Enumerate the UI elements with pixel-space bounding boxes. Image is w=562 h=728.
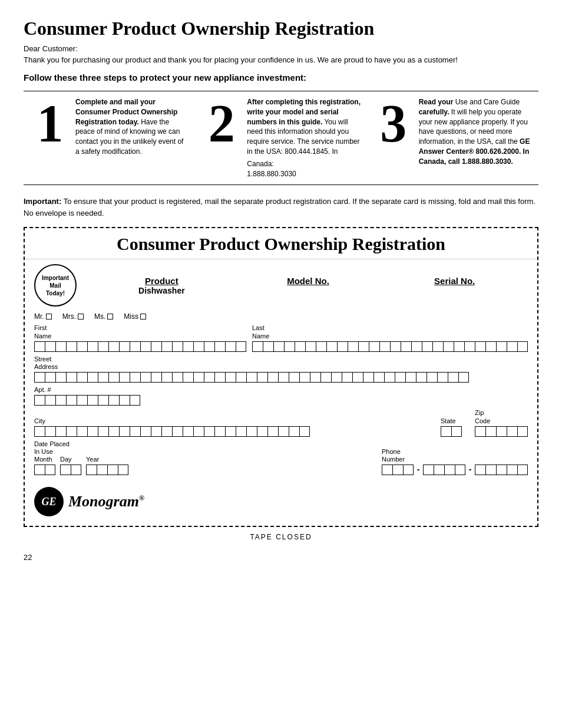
first-name-input[interactable]	[34, 341, 246, 353]
day-label: Day	[60, 456, 81, 463]
phone-prefix-input[interactable]	[423, 465, 465, 476]
badge-line2: Mail	[49, 282, 61, 289]
product-column: Product Dishwasher	[88, 276, 235, 295]
title-ms: Ms.	[94, 312, 113, 321]
product-value: Dishwasher	[88, 286, 235, 295]
state-field: State	[441, 417, 462, 438]
product-model-serial: Product Dishwasher Model No. Serial No.	[88, 276, 528, 295]
intro-text: Thank you for purchasing our product and…	[24, 55, 538, 64]
steps-container: 1 Complete and mail your Consumer Produc…	[24, 91, 538, 185]
phone-field: PhoneNumber - -	[382, 448, 528, 476]
step-1-number: 1	[29, 97, 71, 150]
step-2-number: 2	[201, 97, 242, 150]
day-field: Day	[60, 456, 81, 476]
bottom-area: 22	[24, 541, 538, 659]
last-name-field: LastName	[252, 324, 528, 353]
name-row: FirstName LastName	[34, 324, 528, 353]
serial-column: Serial No.	[381, 276, 528, 295]
date-label: Date PlacedIn Use	[34, 440, 128, 456]
serial-label: Serial No.	[381, 276, 528, 286]
registration-section: Consumer Product Ownership Registration …	[24, 227, 538, 527]
reg-section-title: Consumer Product Ownership Registration	[25, 228, 537, 259]
state-input[interactable]	[441, 426, 462, 438]
ge-text: GE	[41, 496, 56, 508]
miss-checkbox[interactable]	[140, 314, 146, 319]
phone-number-input[interactable]	[475, 465, 528, 476]
logo-area: GE Monogram®	[25, 479, 537, 516]
step-1-text: Complete and mail your Consumer Product …	[75, 97, 189, 157]
street-label: StreetAddress	[34, 355, 528, 371]
state-label: State	[441, 417, 462, 425]
last-name-input[interactable]	[252, 341, 528, 353]
zip-label: ZipCode	[475, 409, 528, 424]
tape-closed-label: TAPE CLOSED	[24, 533, 538, 541]
last-name-label: LastName	[252, 324, 528, 340]
badge-line3: Today!	[46, 289, 65, 297]
badge-circle: Important Mail Today!	[34, 264, 77, 307]
step-2: 2 After completing this registration, wr…	[195, 97, 366, 179]
mr-checkbox[interactable]	[46, 314, 52, 319]
month-input[interactable]	[34, 465, 55, 476]
mrs-checkbox[interactable]	[78, 314, 84, 319]
form-area: Mr. Mrs. Ms. Miss Firs	[25, 307, 537, 476]
model-label: Model No.	[235, 276, 382, 286]
dear-customer: Dear Customer:	[24, 44, 538, 53]
phone-dash-1: -	[415, 464, 422, 475]
step-3: 3 Read your Use and Care Guide carefully…	[367, 97, 538, 179]
steps-heading: Follow these three steps to protect your…	[24, 73, 538, 83]
street-field: StreetAddress	[34, 355, 528, 384]
month-label: Month	[34, 456, 55, 463]
city-state-zip-row: City State	[34, 409, 528, 437]
title-miss: Miss	[124, 312, 146, 321]
step-3-number: 3	[373, 97, 414, 150]
apt-field: Apt. #	[34, 386, 140, 407]
step-3-text: Read your Use and Care Guide carefully. …	[419, 97, 533, 167]
first-name-field: FirstName	[34, 324, 246, 353]
year-input[interactable]	[86, 465, 128, 476]
street-row: StreetAddress	[34, 355, 528, 384]
apt-label: Apt. #	[34, 386, 140, 394]
street-input[interactable]	[34, 372, 528, 384]
step-2-text: After completing this registration, writ…	[247, 97, 361, 179]
title-mr: Mr.	[34, 312, 52, 321]
date-phone-row: Date PlacedIn Use Month Day	[34, 440, 528, 477]
zip-input[interactable]	[475, 426, 528, 438]
year-label: Year	[86, 456, 128, 463]
title-mrs: Mrs.	[62, 312, 84, 321]
title-row: Mr. Mrs. Ms. Miss	[34, 312, 528, 321]
model-value	[235, 286, 382, 295]
important-note: Important: To ensure that your product i…	[24, 196, 538, 219]
city-label: City	[34, 417, 425, 425]
step-1: 1 Complete and mail your Consumer Produc…	[24, 97, 195, 179]
page-number: 22	[24, 553, 32, 562]
date-field: Date PlacedIn Use Month Day	[34, 440, 128, 477]
zip-field: ZipCode	[475, 409, 528, 437]
day-input[interactable]	[60, 465, 81, 476]
ge-logo-circle: GE	[34, 487, 64, 516]
phone-dash-2: -	[467, 464, 474, 475]
phone-label: PhoneNumber	[382, 448, 528, 463]
first-name-label: FirstName	[34, 324, 246, 340]
serial-value	[381, 286, 528, 295]
product-label: Product	[88, 276, 235, 286]
monogram-text: Monogram®	[68, 493, 144, 510]
badge-line1: Important	[42, 274, 69, 282]
phone-area-input[interactable]	[382, 465, 414, 476]
month-field: Month	[34, 456, 55, 476]
main-title: Consumer Product Ownership Registration	[24, 18, 538, 39]
city-input[interactable]	[34, 426, 425, 438]
city-field: City	[34, 417, 425, 438]
apt-input[interactable]	[34, 395, 140, 407]
ms-checkbox[interactable]	[107, 314, 113, 319]
year-field: Year	[86, 456, 128, 476]
model-column: Model No.	[235, 276, 382, 295]
reg-header-row: Important Mail Today! Product Dishwasher…	[25, 259, 537, 307]
apt-row: Apt. #	[34, 386, 528, 407]
